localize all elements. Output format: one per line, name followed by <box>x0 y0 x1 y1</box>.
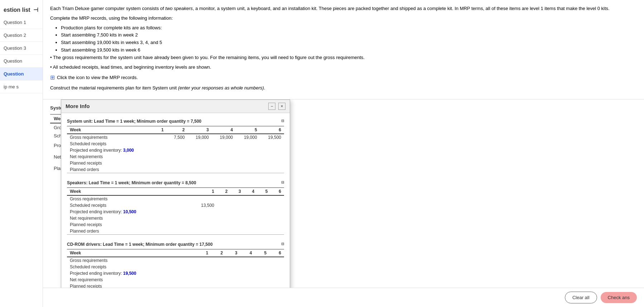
production-header: Production plans for complete kits are a… <box>61 24 637 32</box>
cell-1-0-1 <box>217 195 230 202</box>
collapse-icon-speakers[interactable]: ⊟ <box>281 180 284 184</box>
sidebar-collapse-icon[interactable]: ⊣ <box>33 6 38 13</box>
cell-2-3-4 <box>255 277 270 283</box>
cell-0-3-2 <box>188 154 212 160</box>
row-label: Scheduled receipts <box>67 141 156 147</box>
mrp-section-title-system-unit: System unit: Lead Time = 1 week; Minimum… <box>67 119 201 124</box>
sidebar-item-q4[interactable]: Question <box>0 55 43 68</box>
col-week-3-system-unit: 3 <box>188 126 212 134</box>
collapse-icon-cd-rom[interactable]: ⊟ <box>281 242 284 246</box>
table-row: Scheduled receipts <box>67 141 284 147</box>
row-label: Projected ending inventory: 19,500 <box>67 270 197 277</box>
row-label: Gross requirements <box>67 257 197 264</box>
col-label-system-unit: Week <box>67 126 156 134</box>
cell-0-4-5 <box>260 160 284 166</box>
cell-2-2-4 <box>255 270 270 277</box>
cell-1-3-3 <box>244 215 257 221</box>
row-label: Net requirements <box>67 277 197 283</box>
cell-2-3-0 <box>197 277 211 283</box>
cell-2-0-0 <box>197 257 211 264</box>
cell-2-1-0 <box>197 264 211 270</box>
table-row: Net requirements <box>67 215 284 221</box>
col-week-5-cd-rom: 5 <box>255 249 270 257</box>
cell-0-3-0 <box>156 154 167 160</box>
sidebar-items: Question 1Question 2Question 3QuestionQu… <box>0 16 43 93</box>
modal-close-button[interactable]: × <box>278 103 285 110</box>
col-week-6-speakers: 6 <box>271 187 284 195</box>
row-label: Planned orders <box>67 166 156 173</box>
col-week-1-system-unit: 1 <box>156 126 167 134</box>
col-week-2-speakers: 2 <box>217 187 230 195</box>
collapse-icon-system-unit[interactable]: ⊟ <box>281 119 284 123</box>
row-label: Planned receipts <box>67 160 156 166</box>
cell-0-1-1 <box>167 141 188 147</box>
table-row: Planned orders <box>67 166 284 173</box>
cell-1-4-2 <box>230 221 244 228</box>
cell-2-4-3 <box>240 283 255 288</box>
mrp-section-title-cd-rom: CD-ROM drivers: Lead Time = 1 week; Mini… <box>67 242 213 247</box>
bottom-bar: Clear all Check ans <box>43 288 644 307</box>
mrp-table-system-unit: Week 123456 Gross requirements 7,50019,0… <box>67 126 284 173</box>
sidebar-item-q3[interactable]: Question 3 <box>0 42 43 55</box>
cell-1-4-4 <box>257 221 270 228</box>
cell-0-2-3 <box>212 147 236 154</box>
col-week-2-system-unit: 2 <box>167 126 188 134</box>
sidebar-item-q2[interactable]: Question 2 <box>0 29 43 42</box>
cell-2-2-2 <box>226 270 240 277</box>
cell-0-2-5 <box>260 147 284 154</box>
cell-2-2-0 <box>197 270 211 277</box>
cell-0-1-0 <box>156 141 167 147</box>
cell-0-1-5 <box>260 141 284 147</box>
cell-0-0-5: 19,500 <box>260 134 284 141</box>
table-row: Planned receipts <box>67 221 284 228</box>
question-text: Construct the material requirements plan… <box>50 84 637 92</box>
cell-2-3-2 <box>226 277 240 283</box>
cell-2-4-2 <box>226 283 240 288</box>
cell-2-2-1 <box>211 270 226 277</box>
cell-0-0-4: 19,000 <box>236 134 260 141</box>
cell-0-5-3 <box>212 166 236 173</box>
row-label: Planned receipts <box>67 283 197 288</box>
row-label: Net requirements <box>67 215 186 221</box>
more-info-modal: More Info − × ⊟ System unit: Lead Time =… <box>61 99 290 288</box>
icon-note[interactable]: ⊞ Click the icon to view the MRP records… <box>50 73 637 82</box>
cell-0-0-2: 19,000 <box>188 134 212 141</box>
cell-0-3-3 <box>212 154 236 160</box>
table-row: Planned orders <box>67 228 284 235</box>
clear-all-button[interactable]: Clear all <box>565 292 597 303</box>
modal-controls: − × <box>268 103 285 110</box>
check-answer-button[interactable]: Check ans <box>601 292 637 303</box>
modal-title: More Info <box>66 103 90 109</box>
cell-2-4-4 <box>255 283 270 288</box>
cell-2-4-1 <box>211 283 226 288</box>
modal-minimize-button[interactable]: − <box>268 103 275 110</box>
col-label-cd-rom: Week <box>67 249 197 257</box>
cell-2-1-2 <box>226 264 240 270</box>
mrp-section-title-speakers: Speakers: Lead Time = 1 week; Minimum or… <box>67 180 196 185</box>
cell-0-5-2 <box>188 166 212 173</box>
cell-2-0-3 <box>240 257 255 264</box>
cell-1-2-4 <box>257 209 270 215</box>
col-week-5-speakers: 5 <box>257 187 270 195</box>
col-week-3-cd-rom: 3 <box>226 249 240 257</box>
cell-0-0-0 <box>156 134 167 141</box>
sidebar-item-q5[interactable]: Question <box>0 68 43 81</box>
table-row: Projected ending inventory: 10,500 <box>67 209 284 215</box>
cell-1-4-1 <box>217 221 230 228</box>
row-label: Scheduled receipts <box>67 264 197 270</box>
sidebar-item-q1[interactable]: Question 1 <box>0 16 43 29</box>
cell-0-2-0 <box>156 147 167 154</box>
col-week-4-speakers: 4 <box>244 187 257 195</box>
table-row: Projected ending inventory: 3,000 <box>67 147 284 154</box>
row-label: Gross requirements <box>67 134 156 141</box>
cell-2-3-3 <box>240 277 255 283</box>
cell-1-1-1 <box>217 202 230 209</box>
table-row: Gross requirements <box>67 195 284 202</box>
sidebar-item-q6[interactable]: ip me s <box>0 81 43 93</box>
cell-1-5-5 <box>271 228 284 235</box>
grid-icon[interactable]: ⊞ <box>50 73 55 82</box>
table-row: Planned receipts <box>67 283 284 288</box>
cell-2-1-5 <box>269 264 284 270</box>
cell-1-5-4 <box>257 228 270 235</box>
cell-1-0-4 <box>257 195 270 202</box>
